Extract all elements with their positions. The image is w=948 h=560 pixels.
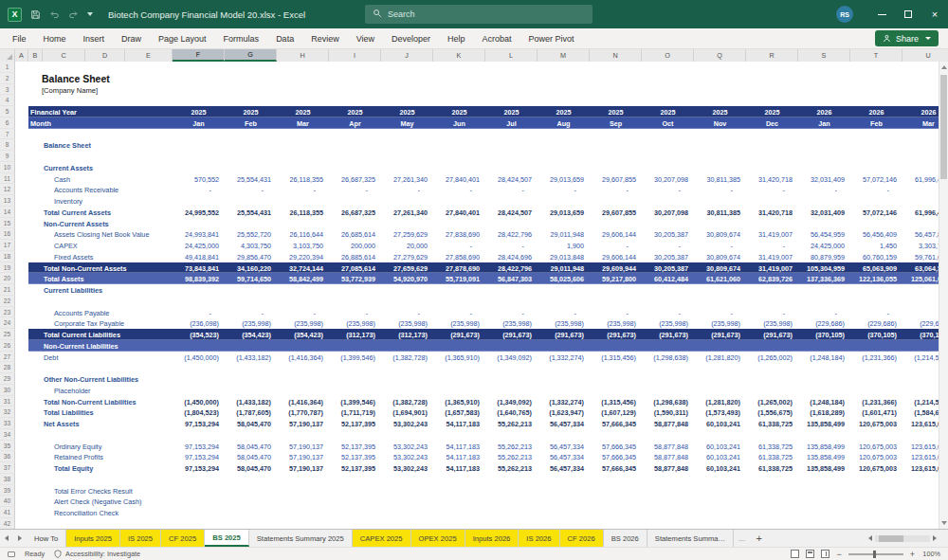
cell[interactable]: (1,231,366) — [850, 398, 897, 406]
cell[interactable]: 57,072,146 — [850, 175, 897, 184]
row-number-4[interactable]: 4 — [0, 95, 15, 106]
cell[interactable]: (291,673) — [642, 331, 688, 339]
cell[interactable]: Jan — [798, 119, 850, 128]
cell[interactable]: 120,675,003 — [850, 453, 897, 461]
cell[interactable]: 58,045,470 — [225, 453, 271, 461]
cell[interactable]: 53,302,243 — [381, 420, 428, 428]
cell[interactable]: (1,231,366) — [850, 353, 897, 362]
cell[interactable]: (312,173) — [329, 331, 375, 339]
cell[interactable]: 61,996,446 — [902, 175, 939, 184]
row-number-27[interactable]: 27 — [0, 352, 15, 363]
zoom-slider[interactable] — [848, 553, 903, 555]
undo-icon[interactable] — [49, 9, 60, 20]
row-number-18[interactable]: 18 — [0, 251, 15, 262]
row-number-37[interactable]: 37 — [0, 462, 15, 474]
menu-tab-file[interactable]: File — [4, 28, 35, 48]
cell[interactable]: 3,103,750 — [277, 242, 323, 250]
cell[interactable]: 3,303,750 — [902, 242, 939, 250]
cell[interactable]: - — [694, 242, 740, 250]
save-icon[interactable] — [30, 9, 41, 20]
cell[interactable]: 32,724,144 — [277, 264, 323, 273]
cell[interactable]: (1,804,523) — [173, 408, 219, 417]
cell[interactable]: 58,877,848 — [642, 443, 688, 451]
cell[interactable]: (1,349,092) — [485, 398, 532, 406]
sheet-tab-inputs-2026[interactable]: Inputs 2026 — [465, 530, 520, 547]
column-header-T[interactable]: T — [850, 49, 902, 62]
cell[interactable]: Apr — [329, 119, 381, 128]
cell-label-total-error-checks-result[interactable]: Total Error Checks Result — [54, 487, 133, 496]
menu-tab-formulas[interactable]: Formulas — [215, 28, 268, 48]
sheet-tab-cf-2025[interactable]: CF 2025 — [161, 530, 205, 547]
cell[interactable]: 97,153,294 — [173, 464, 219, 473]
cell[interactable]: (1,450,000) — [173, 353, 219, 362]
cell[interactable]: 28,424,507 — [485, 208, 532, 217]
cell[interactable]: 122,136,055 — [850, 275, 897, 283]
cell[interactable]: 2026 — [902, 108, 939, 117]
cell[interactable]: 97,153,294 — [173, 443, 219, 451]
cell[interactable]: Mar — [902, 119, 939, 128]
row-number-24[interactable]: 24 — [0, 317, 15, 329]
cell[interactable]: 58,045,470 — [225, 443, 271, 451]
cell-label-reconciliation-check[interactable]: Reconciliation Check — [54, 509, 118, 517]
cell[interactable]: 29,013,848 — [538, 253, 584, 262]
cell-label-alert-check-negative-cash[interactable]: Alert Check (Negative Cash) — [54, 497, 141, 506]
hscroll-right-arrow[interactable] — [933, 535, 937, 541]
cell[interactable]: Feb — [225, 119, 277, 128]
cell[interactable]: (1,265,002) — [746, 398, 793, 406]
cell[interactable]: 56,847,303 — [485, 275, 532, 283]
cell[interactable]: 57,072,146 — [850, 208, 897, 217]
cell[interactable]: 58,025,606 — [538, 275, 584, 283]
row-number-26[interactable]: 26 — [0, 340, 15, 352]
cell[interactable]: (1,315,456) — [590, 353, 636, 362]
cell[interactable]: - — [329, 309, 375, 317]
cell-label-total-assets[interactable]: Total Assets — [44, 275, 84, 283]
cell[interactable]: 30,811,385 — [694, 175, 740, 184]
cell[interactable]: - — [277, 186, 323, 194]
column-header-C[interactable]: C — [43, 49, 85, 62]
cell[interactable]: (1,281,820) — [694, 398, 740, 406]
vertical-scroll-thumb[interactable] — [940, 75, 947, 179]
cell[interactable]: 27,878,690 — [433, 264, 480, 273]
cell[interactable]: 2025 — [590, 108, 642, 117]
row-number-2[interactable]: 2 — [0, 73, 15, 84]
cell[interactable]: 137,336,369 — [798, 275, 845, 283]
cell[interactable]: 60,103,241 — [694, 464, 740, 473]
cell[interactable]: 52,137,395 — [329, 443, 375, 451]
row-number-11[interactable]: 11 — [0, 173, 15, 185]
cell[interactable]: 54,117,183 — [433, 420, 480, 428]
cell[interactable]: 32,031,409 — [798, 208, 845, 217]
cell[interactable]: 29,607,855 — [590, 175, 636, 184]
cell[interactable]: - — [485, 309, 532, 317]
row-number-16[interactable]: 16 — [0, 228, 15, 240]
cell-label-net-assets[interactable]: Net Assets — [44, 420, 79, 428]
cell[interactable]: 120,675,003 — [850, 443, 897, 451]
cell[interactable]: 32,031,409 — [798, 175, 845, 184]
cell[interactable]: - — [433, 242, 480, 250]
cell[interactable]: 54,117,183 — [433, 443, 480, 451]
cell[interactable]: (235,998) — [277, 319, 323, 328]
row-number-22[interactable]: 22 — [0, 296, 15, 307]
cell[interactable]: (235,998) — [225, 319, 271, 328]
cell[interactable]: 31,420,718 — [746, 208, 793, 217]
column-header-A[interactable]: A — [15, 49, 28, 62]
cell[interactable]: 57,190,137 — [277, 464, 323, 473]
cell[interactable]: 120,675,003 — [850, 420, 897, 428]
row-number-40[interactable]: 40 — [0, 496, 15, 507]
cell[interactable]: 30,811,385 — [694, 208, 740, 217]
cell[interactable]: 30,205,387 — [642, 264, 688, 273]
restore-button[interactable] — [895, 0, 921, 28]
sheet-tab-how-to[interactable]: How To — [27, 530, 66, 547]
cell[interactable]: - — [746, 309, 793, 317]
cell[interactable]: 30,205,387 — [642, 230, 688, 239]
cell[interactable]: 56,457,334 — [538, 453, 584, 461]
new-sheet-button[interactable]: + — [751, 530, 768, 547]
cell[interactable]: 135,858,499 — [798, 443, 845, 451]
cell[interactable]: (1,382,728) — [381, 398, 428, 406]
cell[interactable]: 27,840,401 — [433, 208, 480, 217]
cell[interactable]: 53,302,243 — [381, 443, 428, 451]
cell[interactable]: 135,858,499 — [798, 453, 845, 461]
cell[interactable]: 26,885,614 — [329, 253, 375, 262]
sheet-tab-opex-2025[interactable]: OPEX 2025 — [411, 530, 465, 547]
cell[interactable]: 56,457,334 — [538, 420, 584, 428]
search-box[interactable]: Search — [365, 5, 592, 24]
